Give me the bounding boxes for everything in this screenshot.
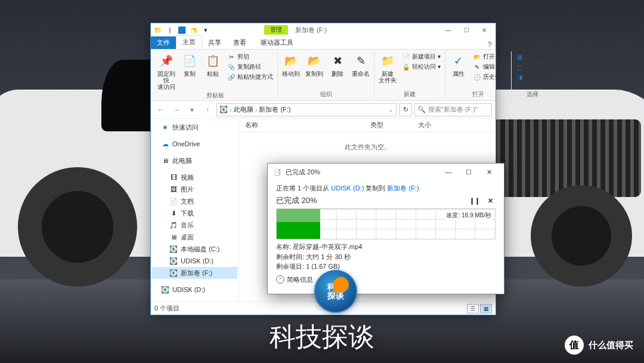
nav-music[interactable]: 🎵音乐	[152, 219, 237, 231]
dest-link[interactable]: 新加卷 (F:)	[387, 184, 419, 192]
source-link[interactable]: UDISK (D:)	[331, 184, 364, 192]
properties-button[interactable]: ✓属性	[448, 51, 469, 89]
tab-home[interactable]: 主页	[176, 35, 202, 49]
file-name: 星际穿越-中英双字.mp4	[293, 243, 362, 250]
maximize-button[interactable]: ☐	[457, 24, 475, 36]
col-type[interactable]: 类型	[370, 121, 418, 130]
paste-shortcut-button[interactable]: 🔗粘贴快捷方式	[227, 73, 273, 81]
help-button[interactable]: ?	[484, 41, 496, 49]
copy-icon: 📑	[273, 167, 282, 177]
folder-icon: 📁	[153, 25, 163, 35]
channel-logo: 科技 探谈	[314, 270, 357, 313]
nav-disk-d2[interactable]: 💽UDISK (D:)	[152, 284, 237, 296]
invert-selection-button[interactable]: ◨反向选择	[516, 73, 550, 81]
group-organize: 组织	[320, 89, 332, 99]
pause-button[interactable]: ❙❙	[469, 195, 480, 206]
group-select: 选择	[527, 89, 538, 99]
col-size[interactable]: 大小	[418, 121, 431, 130]
items-remaining: 1 (1.67 GB)	[306, 263, 340, 270]
crumb-drive[interactable]: 新加卷 (F:)	[259, 105, 290, 114]
new-item-button[interactable]: 📄新建项目 ▾	[402, 53, 441, 61]
dialog-minimize-button[interactable]: —	[438, 165, 459, 179]
select-none-button[interactable]: ▢全部取消	[516, 63, 550, 71]
refresh-button[interactable]: ↻	[399, 103, 412, 116]
move-to-button[interactable]: 📂移动到	[280, 51, 302, 89]
chevron-up-icon: ⌃	[276, 275, 284, 284]
progress-percent: 已完成 20%	[276, 195, 317, 206]
address-bar: ← → ▾ ↑ 💽 › 此电脑 › 新加卷 (F:) ⌄ ↻ 🔍 搜索"新加卷 …	[151, 101, 496, 119]
search-placeholder: 搜索"新加卷 (F:)"	[428, 105, 478, 114]
history-button[interactable]: 🕘历史记录	[473, 73, 507, 81]
nav-videos[interactable]: 🎞视频	[152, 171, 237, 183]
nav-this-pc[interactable]: 🖥此电脑	[152, 155, 237, 167]
copy-to-button[interactable]: 📂复制到	[304, 51, 325, 89]
column-headers[interactable]: 名称 类型 大小	[239, 119, 496, 132]
group-clipboard: 剪贴板	[206, 90, 224, 100]
ribbon-tabs: 文件 主页 共享 查看 驱动器工具 ?	[151, 36, 496, 50]
copy-progress-dialog: 📑 已完成 20% — ☐ ✕ 正在将 1 个项目从 UDISK (D:) 复制…	[267, 163, 504, 294]
copy-details: 名称: 星际穿越-中英双字.mp4 剩余时间: 大约 1 分 30 秒 剩余项目…	[276, 242, 496, 272]
qat-dropdown[interactable]: ▾	[201, 25, 210, 35]
window-title: 新加卷 (F:)	[295, 26, 327, 35]
new-folder-button[interactable]: 📁新建 文件夹	[377, 51, 398, 89]
recent-dropdown[interactable]: ▾	[185, 103, 199, 116]
delete-button[interactable]: ✖删除	[327, 51, 348, 89]
copy-path-button[interactable]: 📎复制路径	[227, 63, 273, 71]
nav-pictures[interactable]: 🖼图片	[152, 183, 237, 195]
speed-label: 速度: 18.9 MB/秒	[445, 211, 493, 220]
select-all-button[interactable]: ▦全部选择	[516, 53, 550, 61]
nav-disk-c[interactable]: 💽本地磁盘 (C:)	[152, 243, 237, 255]
edit-button[interactable]: ✎编辑	[473, 63, 507, 71]
group-open: 打开	[472, 89, 484, 99]
open-button[interactable]: 📂打开 ▾	[473, 53, 507, 61]
group-new: 新建	[404, 89, 416, 99]
pin-quick-access[interactable]: 📌固定到快 速访问	[156, 51, 177, 90]
paste-button[interactable]: 📋粘贴	[202, 51, 224, 90]
up-button[interactable]: ↑	[201, 103, 214, 116]
qat-divider: |	[165, 25, 175, 35]
nav-desktop[interactable]: 🖥桌面	[152, 231, 237, 243]
col-name[interactable]: 名称	[239, 121, 370, 130]
channel-name: 科技探谈	[0, 319, 644, 355]
view-details-button[interactable]: ☰	[467, 304, 479, 313]
copy-button[interactable]: 📄复制	[179, 51, 200, 90]
easy-access-button[interactable]: 🔓轻松访问 ▾	[402, 63, 441, 71]
cut-button[interactable]: ✂剪切	[227, 53, 273, 61]
dialog-close-button[interactable]: ✕	[479, 165, 499, 179]
back-button[interactable]: ←	[154, 103, 168, 116]
minimize-button[interactable]: —	[439, 24, 457, 36]
item-count: 0 个项目	[154, 304, 179, 313]
fewer-details-toggle[interactable]: ⌃ 简略信息	[276, 275, 496, 284]
tab-drive-tools[interactable]: 驱动器工具	[255, 36, 299, 49]
copy-description: 正在将 1 个项目从 UDISK (D:) 复制到 新加卷 (F:)	[276, 184, 496, 193]
qat-props[interactable]: 🟦	[177, 25, 187, 35]
cancel-button[interactable]: ✕	[485, 195, 496, 206]
qat-new[interactable]: ⬔	[189, 25, 199, 35]
tab-share[interactable]: 共享	[202, 36, 227, 49]
nav-disk-f[interactable]: 💽新加卷 (F:)	[152, 267, 237, 279]
close-button[interactable]: ✕	[475, 24, 493, 36]
nav-disk-d[interactable]: 💽UDISK (D:)	[152, 255, 237, 267]
smzdm-icon: 值	[565, 336, 584, 355]
drive-icon: 💽	[219, 106, 228, 113]
search-icon: 🔍	[417, 106, 426, 113]
search-input[interactable]: 🔍 搜索"新加卷 (F:)"	[414, 103, 492, 116]
title-bar[interactable]: 📁 | 🟦 ⬔ ▾ 管理 新加卷 (F:) — ☐ ✕	[151, 23, 496, 36]
tab-view[interactable]: 查看	[227, 36, 252, 49]
time-remaining: 大约 1 分 30 秒	[306, 253, 351, 260]
nav-documents[interactable]: 📄文档	[152, 195, 237, 207]
manage-context-tab[interactable]: 管理	[264, 25, 288, 35]
tab-file[interactable]: 文件	[151, 36, 176, 49]
nav-pane[interactable]: ★快速访问 ☁OneDrive 🖥此电脑 🎞视频 🖼图片 📄文档 ⬇下载 🎵音乐…	[151, 119, 239, 302]
ribbon: 📌固定到快 速访问 📄复制 📋粘贴 ✂剪切 📎复制路径 🔗粘贴快捷方式 剪贴板 …	[151, 50, 496, 101]
nav-downloads[interactable]: ⬇下载	[152, 207, 237, 219]
dialog-maximize-button[interactable]: ☐	[459, 165, 479, 179]
nav-onedrive[interactable]: ☁OneDrive	[152, 138, 237, 150]
dialog-titlebar[interactable]: 📑 已完成 20% — ☐ ✕	[268, 164, 504, 180]
crumb-this-pc[interactable]: 此电脑	[234, 105, 253, 114]
view-thumbs-button[interactable]: ▦	[480, 304, 492, 313]
rename-button[interactable]: ✎重命名	[350, 51, 371, 89]
forward-button[interactable]: →	[170, 103, 183, 116]
address-box[interactable]: 💽 › 此电脑 › 新加卷 (F:) ⌄	[216, 103, 397, 116]
nav-quick-access[interactable]: ★快速访问	[152, 121, 237, 133]
